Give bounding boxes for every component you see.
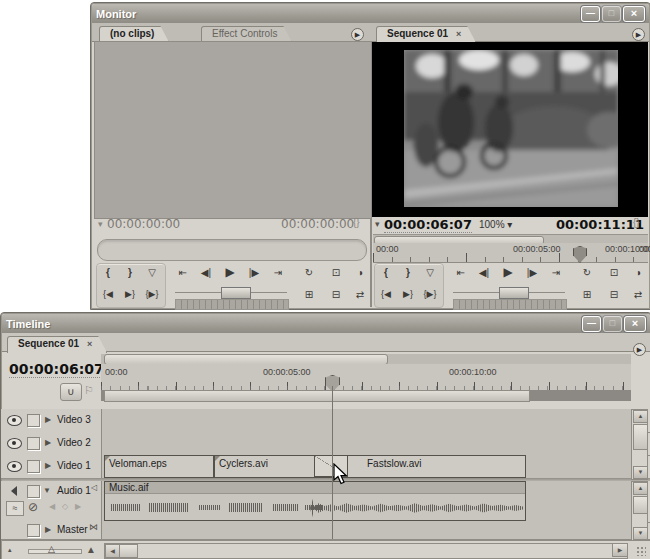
zoom-out-icon[interactable]: ▴	[8, 546, 12, 554]
expand-track-icon[interactable]: ▶	[45, 525, 51, 534]
scroll-left-icon[interactable]: ◀	[105, 544, 120, 558]
audio-scrollbar[interactable]: ▲ ▼	[631, 481, 648, 541]
source-panel-menu-button[interactable]: ▶	[351, 28, 364, 41]
set-out-button[interactable]: }	[398, 265, 418, 280]
toggle-track-output-icon[interactable]	[7, 438, 22, 449]
expand-track-icon[interactable]: ▶	[45, 438, 51, 447]
clip-music[interactable]: Music.aif	[104, 481, 526, 521]
step-back-button[interactable]: ◀|	[474, 265, 494, 280]
clip-fastslow[interactable]: Fastslow.avi	[336, 455, 526, 478]
expand-track-icon[interactable]: ▶	[45, 461, 51, 470]
collapse-track-icon[interactable]: ▼	[43, 486, 51, 495]
close-button[interactable]: ×	[623, 6, 645, 22]
track-label[interactable]: Video 2	[57, 437, 91, 448]
trim-button[interactable]: ⇄	[628, 287, 648, 302]
src-set-out-button[interactable]: }	[120, 265, 140, 280]
work-area-bar[interactable]	[104, 390, 530, 402]
src-play-in-to-out-button[interactable]: {▶}	[142, 287, 162, 302]
output-button[interactable]: ◑	[628, 265, 648, 280]
mute-button[interactable]: ⊘	[28, 500, 38, 514]
scroll-right-icon[interactable]: ▶	[612, 543, 628, 557]
src-shuttle-slider[interactable]	[175, 299, 289, 310]
src-go-to-in-button[interactable]: ⇤	[173, 265, 193, 280]
prev-keyframe-icon[interactable]: ◀	[49, 502, 55, 511]
track-label[interactable]: Master	[57, 524, 88, 535]
go-to-out-button[interactable]: ⇥	[546, 265, 566, 280]
snap-button[interactable]: ∪	[60, 383, 82, 401]
step-forward-button[interactable]: |▶	[522, 265, 542, 280]
set-in-button[interactable]: {	[376, 265, 396, 280]
program-current-time[interactable]: 00:00:06:07	[384, 217, 472, 233]
source-scrub-bar[interactable]	[97, 239, 367, 261]
scrollbar-thumb[interactable]	[633, 424, 648, 450]
track-lock-toggle[interactable]	[27, 524, 40, 537]
src-go-previous-marker-button[interactable]: {◀	[98, 287, 118, 302]
go-previous-marker-button[interactable]: {◀	[376, 287, 396, 302]
marker-button[interactable]: ▽	[420, 265, 440, 280]
track-content-audio1[interactable]: Music.aif	[102, 481, 632, 522]
zoom-in-icon[interactable]: ▲	[86, 544, 96, 555]
clip-veloman[interactable]: Veloman.eps	[104, 455, 214, 478]
tab-close-icon[interactable]: ×	[87, 339, 92, 349]
program-zoom-select[interactable]: 100% ▾	[479, 219, 512, 230]
src-set-in-button[interactable]: {	[98, 265, 118, 280]
toggle-track-output-icon[interactable]	[7, 415, 22, 426]
shuttle-slider[interactable]	[453, 299, 567, 310]
scroll-down-icon[interactable]: ▼	[633, 527, 648, 540]
sequence-marker-button[interactable]: ⚐	[84, 384, 94, 397]
jog-thumb[interactable]	[499, 287, 529, 299]
go-to-in-button[interactable]: ⇤	[451, 265, 471, 280]
src-step-back-button[interactable]: ◀|	[196, 265, 216, 280]
track-lock-toggle[interactable]	[27, 414, 40, 427]
src-overlay-button[interactable]: ⊟	[326, 287, 346, 302]
expand-track-icon[interactable]: ▶	[45, 415, 51, 424]
scroll-up-icon[interactable]: ▲	[633, 410, 648, 423]
track-label[interactable]: Video 1	[57, 460, 91, 471]
timeline-tab-sequence-01[interactable]: Sequence 01 ×	[7, 336, 107, 353]
track-lock-toggle[interactable]	[27, 437, 40, 450]
zoom-slider-track[interactable]	[28, 549, 82, 554]
program-panel-menu-button[interactable]: ▶	[632, 28, 645, 41]
src-loop-button[interactable]: ↻	[299, 265, 319, 280]
src-output-button[interactable]: ◑	[350, 265, 370, 280]
src-play-button[interactable]: ▶	[220, 265, 240, 280]
toggle-track-output-icon[interactable]	[7, 461, 22, 472]
extract-button[interactable]: ⊟	[604, 287, 624, 302]
track-label[interactable]: Audio 1	[57, 485, 91, 496]
track-label[interactable]: Video 3	[57, 414, 91, 425]
track-content-master[interactable]	[102, 522, 632, 539]
scroll-down-icon[interactable]: ▼	[633, 466, 648, 479]
timeline-view-track[interactable]	[101, 354, 631, 364]
horizontal-scrollbar[interactable]: ◀	[104, 543, 628, 559]
scrollbar-thumb[interactable]	[119, 544, 138, 558]
track-content-video2[interactable]	[102, 432, 632, 455]
timeline-titlebar[interactable]: Timeline — □ ×	[2, 314, 650, 333]
track-content-video3[interactable]	[102, 409, 632, 432]
src-insert-button[interactable]: ⊞	[299, 287, 319, 302]
program-time-ruler[interactable]: 00:00 00:00:05:00 00:00:10:00 00:	[373, 243, 648, 263]
src-go-next-marker-button[interactable]: ▶}	[120, 287, 140, 302]
play-button[interactable]: ▶	[498, 265, 518, 280]
src-step-forward-button[interactable]: |▶	[244, 265, 264, 280]
resize-grip[interactable]	[636, 546, 646, 556]
tab-sequence-01[interactable]: Sequence 01 ×	[376, 26, 476, 43]
zoom-slider-thumb[interactable]: △	[48, 544, 55, 554]
src-safe-margins-button[interactable]: ⊡	[326, 265, 346, 280]
src-marker-button[interactable]: ▽	[142, 265, 162, 280]
go-next-marker-button[interactable]: ▶}	[398, 287, 418, 302]
audio-display-style-icon[interactable]: ◁	[91, 483, 97, 492]
tab-close-icon[interactable]: ×	[456, 29, 461, 39]
track-content-video1[interactable]: Veloman.eps Cyclers.avi Fastslow.avi	[102, 455, 632, 478]
monitor-titlebar[interactable]: Monitor — □ ×	[92, 4, 649, 23]
timeline-panel-menu-button[interactable]: ▶	[633, 343, 646, 356]
loop-button[interactable]: ↻	[577, 265, 597, 280]
play-in-to-out-button[interactable]: {▶}	[420, 287, 440, 302]
scroll-up-icon[interactable]: ▲	[633, 482, 648, 495]
src-take-av-button[interactable]: ⇄	[350, 287, 370, 302]
scrollbar-thumb[interactable]	[633, 496, 648, 514]
track-lock-toggle[interactable]	[27, 460, 40, 473]
track-lock-toggle[interactable]	[27, 485, 40, 498]
lift-button[interactable]: ⊞	[577, 287, 597, 302]
video-scrollbar[interactable]: ▲ ▼	[631, 409, 648, 480]
timeline-current-time[interactable]: 00:00:06:07	[9, 361, 104, 378]
